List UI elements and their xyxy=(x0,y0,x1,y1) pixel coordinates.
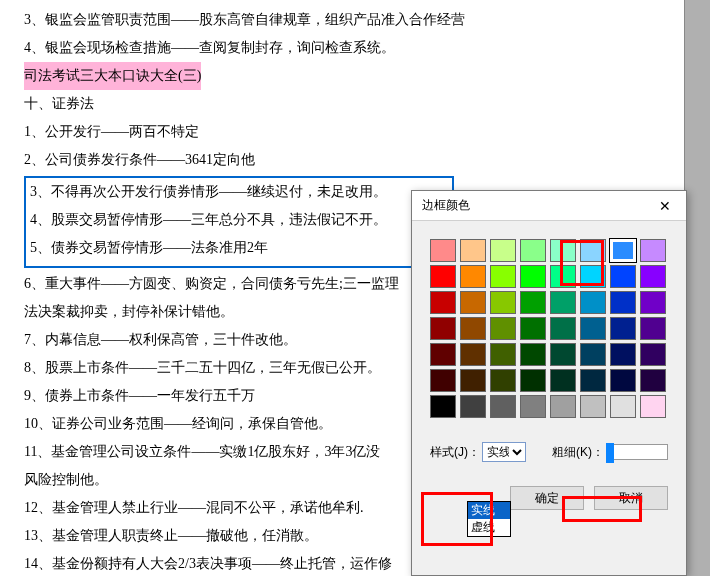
thickness-slider[interactable] xyxy=(606,444,668,460)
color-swatch[interactable] xyxy=(580,369,606,392)
close-button[interactable]: ✕ xyxy=(644,191,686,221)
dropdown-option-dashed[interactable]: 虚线 xyxy=(468,519,510,536)
text-line: 2、公司债券发行条件——3641定向他 xyxy=(24,146,660,174)
color-swatch[interactable] xyxy=(640,317,666,340)
color-swatch[interactable] xyxy=(550,317,576,340)
color-swatch[interactable] xyxy=(640,291,666,314)
color-swatch[interactable] xyxy=(580,291,606,314)
color-swatch[interactable] xyxy=(430,291,456,314)
dialog-body: 样式(J)： 实线 粗细(K)： 实线 虚线 xyxy=(412,221,686,474)
color-swatch[interactable] xyxy=(490,265,516,288)
text-line: 3、银监会监管职责范围——股东高管自律规章，组织产品准入合作经营 xyxy=(24,6,660,34)
color-swatch[interactable] xyxy=(460,369,486,392)
color-swatch[interactable] xyxy=(520,239,546,262)
text-line: 5、债券交易暂停情形——法条准用2年 xyxy=(30,234,448,262)
color-swatch[interactable] xyxy=(550,239,576,262)
color-swatch[interactable] xyxy=(430,265,456,288)
dialog-header: 边框颜色 ✕ xyxy=(412,191,686,221)
color-swatch[interactable] xyxy=(610,395,636,418)
text-line: 4、银监会现场检查措施——查阅复制封存，询问检查系统。 xyxy=(24,34,660,62)
color-swatch[interactable] xyxy=(640,343,666,366)
color-swatch[interactable] xyxy=(460,343,486,366)
color-swatch[interactable] xyxy=(520,369,546,392)
color-swatch[interactable] xyxy=(550,265,576,288)
color-swatch[interactable] xyxy=(640,395,666,418)
color-swatch[interactable] xyxy=(520,291,546,314)
color-grid xyxy=(430,239,668,418)
color-swatch[interactable] xyxy=(610,291,636,314)
color-swatch[interactable] xyxy=(610,265,636,288)
color-swatch[interactable] xyxy=(520,265,546,288)
color-swatch[interactable] xyxy=(520,317,546,340)
text-line: 十、证券法 xyxy=(24,90,660,118)
color-swatch[interactable] xyxy=(430,395,456,418)
highlighted-text: 司法考试三大本口诀大全(三) xyxy=(24,62,201,90)
color-swatch[interactable] xyxy=(430,343,456,366)
text-line: 1、公开发行——两百不特定 xyxy=(24,118,660,146)
color-swatch[interactable] xyxy=(580,343,606,366)
color-swatch[interactable] xyxy=(460,317,486,340)
color-swatch[interactable] xyxy=(460,265,486,288)
color-swatch[interactable] xyxy=(550,395,576,418)
dialog-title: 边框颜色 xyxy=(422,197,470,214)
color-swatch[interactable] xyxy=(460,239,486,262)
color-swatch[interactable] xyxy=(610,317,636,340)
color-swatch[interactable] xyxy=(460,395,486,418)
color-swatch[interactable] xyxy=(460,291,486,314)
text-line: 3、不得再次公开发行债券情形——继续迟付，未足改用。 xyxy=(30,178,448,206)
style-label: 样式(J)： xyxy=(430,444,480,461)
color-swatch[interactable] xyxy=(610,343,636,366)
color-swatch[interactable] xyxy=(640,369,666,392)
color-swatch[interactable] xyxy=(640,265,666,288)
slider-thumb[interactable] xyxy=(606,443,614,463)
color-swatch[interactable] xyxy=(490,395,516,418)
color-swatch[interactable] xyxy=(490,317,516,340)
color-swatch[interactable] xyxy=(580,317,606,340)
style-dropdown-open: 实线 虚线 xyxy=(467,501,511,537)
dropdown-option-solid[interactable]: 实线 xyxy=(468,502,510,519)
cancel-button[interactable]: 取消 xyxy=(594,486,668,510)
color-swatch[interactable] xyxy=(580,239,606,262)
color-swatch[interactable] xyxy=(580,265,606,288)
color-swatch[interactable] xyxy=(640,239,666,262)
color-swatch[interactable] xyxy=(490,239,516,262)
text-line: 4、股票交易暂停情形——三年总分不具，违法假记不开。 xyxy=(30,206,448,234)
style-select[interactable]: 实线 xyxy=(482,442,526,462)
color-swatch[interactable] xyxy=(430,369,456,392)
color-swatch[interactable] xyxy=(490,291,516,314)
color-swatch[interactable] xyxy=(580,395,606,418)
color-swatch[interactable] xyxy=(550,369,576,392)
color-swatch[interactable] xyxy=(520,395,546,418)
close-icon: ✕ xyxy=(659,198,671,214)
blue-border-box: 3、不得再次公开发行债券情形——继续迟付，未足改用。4、股票交易暂停情形——三年… xyxy=(24,176,454,268)
thickness-label: 粗细(K)： xyxy=(552,444,604,461)
border-color-dialog: 边框颜色 ✕ 样式(J)： 实线 粗细(K)： 实线 虚线 确定 取消 xyxy=(411,190,687,576)
color-swatch[interactable] xyxy=(490,369,516,392)
color-swatch[interactable] xyxy=(550,291,576,314)
color-swatch[interactable] xyxy=(430,317,456,340)
color-swatch[interactable] xyxy=(520,343,546,366)
ok-button[interactable]: 确定 xyxy=(510,486,584,510)
color-swatch[interactable] xyxy=(490,343,516,366)
color-swatch[interactable] xyxy=(550,343,576,366)
color-swatch[interactable] xyxy=(610,369,636,392)
color-swatch[interactable] xyxy=(610,239,636,262)
color-swatch[interactable] xyxy=(430,239,456,262)
